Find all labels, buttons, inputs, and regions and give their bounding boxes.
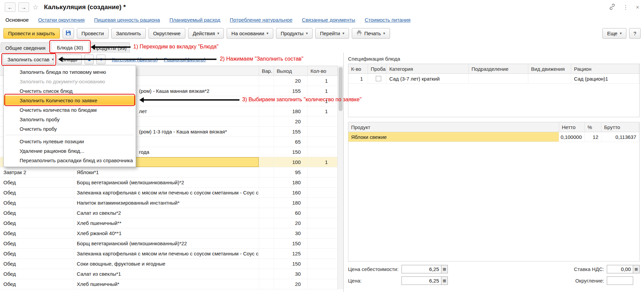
menu-item[interactable]: Очистить список блюд: [4, 86, 136, 96]
dish-row[interactable]: Обед Салат из свеклы*1 30: [0, 269, 338, 279]
dish-row[interactable]: Обед Хлеб ржаной 40**1 30: [0, 228, 338, 238]
app-window: ← → ☆ Калькуляция (создание) * ⋮ × Основ…: [0, 0, 644, 292]
vertical-scrollbar[interactable]: [338, 66, 343, 289]
dish-meal-cell: Обед: [0, 188, 74, 197]
tab-dishes[interactable]: Блюда (30): [51, 42, 89, 53]
save-button[interactable]: [63, 28, 74, 39]
dish-name-cell: Хлеб ржаной 40**1: [74, 228, 259, 238]
more-menu-icon[interactable]: ⋮: [623, 4, 628, 10]
chevron-down-icon: ▾: [383, 31, 385, 36]
vat-rate-input[interactable]: [607, 265, 633, 273]
dish-variant-cell: [259, 86, 274, 96]
fill-button[interactable]: Заполнить: [111, 28, 146, 39]
dish-name-cell: Напиток витаминизированный инстантный*: [74, 198, 259, 208]
price-input[interactable]: [401, 276, 441, 285]
tab-products[interactable]: Продукты (99): [90, 42, 130, 53]
dish-row[interactable]: Завтрак 2 Яблоки*1 95: [0, 167, 338, 178]
chevron-down-icon: ▾: [217, 31, 220, 36]
back-button[interactable]: ←: [5, 2, 16, 12]
cost-price-input[interactable]: [401, 265, 441, 273]
dish-row[interactable]: Обед Напиток витаминизированный инстантн…: [0, 198, 338, 208]
dish-row[interactable]: Обед Запеканка картофельная с мясом или …: [0, 188, 338, 198]
move-up-button[interactable]: ▲: [85, 55, 94, 64]
nav-link[interactable]: Потребление натуральное: [230, 17, 292, 23]
menu-item[interactable]: Очистить нулевые позиции: [4, 137, 136, 146]
calculator-icon[interactable]: ▦: [441, 276, 448, 285]
cost-price-label: Цена себестоимости:: [348, 266, 401, 272]
nav-link[interactable]: Стоимость питания: [365, 17, 411, 23]
spec-department-cell: [469, 74, 528, 83]
goto-dropdown-button[interactable]: Перейти▾: [315, 28, 349, 39]
menu-item-label: Заполнить пробу: [20, 117, 60, 122]
rations-filter-link[interactable]: Рационы(фильтр): [164, 57, 206, 62]
print-dropdown-button[interactable]: Печать▾: [352, 28, 390, 39]
dish-name-cell: Хлеб пшеничный*: [74, 279, 259, 289]
chevron-down-icon: ▾: [267, 31, 269, 36]
column-header-department: Подразделение: [469, 64, 528, 74]
menu-item[interactable]: Удаление рационов блюд...: [4, 146, 136, 155]
link-icon[interactable]: [609, 4, 615, 11]
move-down-button[interactable]: ▼: [96, 55, 106, 64]
post-button[interactable]: Провести: [77, 28, 109, 39]
help-button[interactable]: ?: [629, 28, 641, 39]
dish-qty-cell: 1: [308, 106, 338, 116]
specification-products-table: Продукт Нетто % Брутто Яблоки свежие 0,1…: [348, 122, 640, 262]
dish-button[interactable]: Блюдо: [57, 55, 82, 64]
proba-checkbox[interactable]: [376, 76, 381, 81]
menu-item[interactable]: Заполнить блюда по типовому меню: [4, 67, 136, 77]
dish-row[interactable]: Обед Соки овощные, фруктовые и ягодные 1…: [0, 259, 338, 269]
dish-variant-cell: [259, 249, 274, 258]
dishes-toolbar: Заполнить состав▾ Блюдо ▲ ▼ Категории (ф…: [0, 53, 343, 66]
dish-name-cell: Борщ вегетарианский (мелкошинкованный)*2…: [74, 238, 259, 248]
menu-item[interactable]: Перезаполнить раскладки блюд из справочн…: [4, 155, 136, 165]
menu-item[interactable]: Заполнить по документу-основанию: [4, 77, 136, 86]
forward-button[interactable]: →: [18, 2, 29, 12]
fill-structure-dropdown-button[interactable]: Заполнить состав▾: [3, 55, 54, 64]
column-header-movement: Вид движения: [528, 64, 571, 74]
rounding-button[interactable]: Округление: [148, 28, 185, 39]
menu-item[interactable]: Заполнить Количество по заявке: [4, 96, 136, 105]
dish-row[interactable]: Обед Хлеб пшеничный** 20: [0, 218, 338, 228]
spec-header-data-row[interactable]: 1 Сад (3-7 лет) краткий Сад (рацион)1: [348, 74, 639, 84]
dish-qty-cell: [308, 238, 338, 248]
dish-qty-cell: [308, 269, 338, 279]
nav-link[interactable]: Связанные документы: [302, 17, 355, 23]
close-icon[interactable]: ×: [636, 4, 639, 10]
dish-row[interactable]: Обед Запеканка картофельная с мясом или …: [0, 249, 338, 259]
dish-output-cell: 60: [274, 208, 308, 218]
menu-item[interactable]: Очистить пробу: [4, 124, 136, 133]
dish-output-cell: 20: [274, 76, 308, 86]
dish-variant-cell: [259, 157, 274, 167]
nav-link[interactable]: Остатки округления: [38, 17, 85, 23]
dish-name-cell: Салат из свеклы*2: [74, 208, 259, 218]
categories-filter-link[interactable]: Категории (фильтр): [112, 57, 158, 62]
dish-qty-cell: [308, 117, 338, 126]
nav-link[interactable]: Пищевая ценность рациона: [94, 17, 160, 23]
dish-row[interactable]: Обед Борщ вегетарианский (мелкошинкованн…: [0, 238, 338, 249]
more-dropdown-button[interactable]: Еще▾: [602, 28, 626, 39]
dish-output-cell: 155: [274, 127, 308, 137]
menu-item[interactable]: Очистить количества по блюдам: [4, 105, 136, 114]
dish-row[interactable]: Обед Борщ вегетарианский (мелкошинкованн…: [0, 178, 338, 188]
tab-general-info[interactable]: Общие сведения: [1, 42, 50, 53]
nav-link[interactable]: Планируемый расход: [169, 17, 220, 23]
calculator-icon[interactable]: ▦: [441, 265, 448, 273]
down-arrow-icon: ▼: [99, 57, 104, 62]
dish-row[interactable]: Обед Салат из свеклы*2 60: [0, 208, 338, 218]
products-dropdown-button[interactable]: Продукты▾: [276, 28, 313, 39]
dish-row[interactable]: Обед Хлеб пшеничный* 20: [0, 279, 338, 289]
calculator-icon[interactable]: ▦: [633, 265, 640, 273]
actions-dropdown-button[interactable]: Действия▾: [188, 28, 224, 39]
nav-item-main[interactable]: Основное: [5, 17, 29, 23]
column-header-ration: Рацион: [571, 64, 639, 74]
menu-item[interactable]: Заполнить пробу: [4, 114, 136, 124]
product-row[interactable]: Яблоки свежие 0,100000 12 0,113637: [348, 132, 639, 142]
based-on-dropdown-button[interactable]: На основании▾: [227, 28, 273, 39]
rounding-input[interactable]: [607, 276, 633, 285]
post-and-close-button[interactable]: Провести и закрыть: [3, 28, 60, 39]
dish-meal-cell: Обед: [0, 238, 74, 248]
favorite-star-icon[interactable]: ☆: [32, 3, 39, 11]
scrollbar-thumb[interactable]: [339, 67, 343, 111]
dish-output-cell: 180: [274, 198, 308, 208]
dish-qty-cell: 1: [308, 86, 338, 96]
